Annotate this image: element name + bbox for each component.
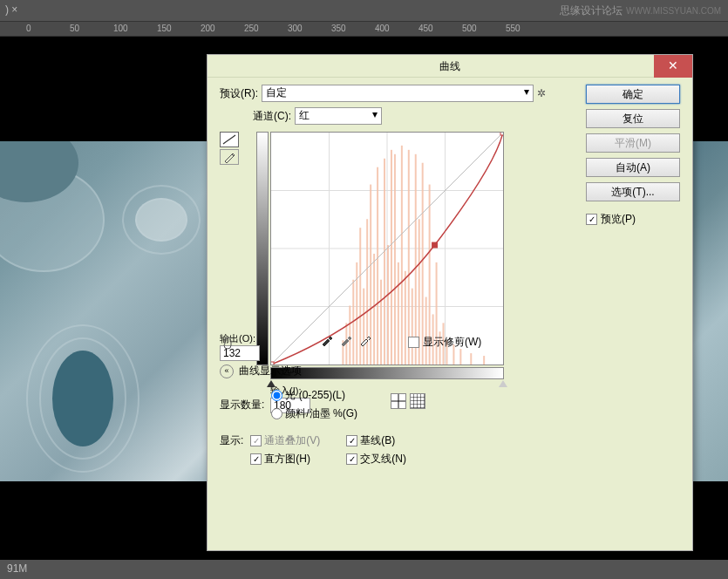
horizontal-ruler: 0 50 100 150 200 250 300 350 400 450 500… <box>0 21 728 37</box>
preset-select[interactable]: 自定▾ <box>262 85 534 102</box>
smooth-button: 平滑(M) <box>586 133 680 153</box>
svg-rect-12 <box>363 289 364 364</box>
svg-rect-20 <box>391 150 392 364</box>
collapse-icon[interactable]: « <box>220 364 234 378</box>
pigment-radio[interactable]: 颜料/油墨 %(G) <box>271 406 357 421</box>
curve-graph[interactable] <box>270 132 504 365</box>
ok-button[interactable]: 确定 <box>586 85 680 104</box>
svg-rect-15 <box>373 254 375 364</box>
output-gradient <box>256 132 269 365</box>
svg-rect-22 <box>398 262 399 364</box>
svg-rect-30 <box>425 297 427 364</box>
white-point-slider[interactable] <box>499 380 507 387</box>
svg-rect-27 <box>415 154 417 364</box>
svg-rect-18 <box>384 159 385 364</box>
preview-checkbox[interactable]: 预览(P) <box>586 212 680 227</box>
intersection-checkbox[interactable]: 交叉线(N) <box>346 452 406 467</box>
svg-rect-38 <box>459 349 461 364</box>
channel-select[interactable]: 红▾ <box>295 107 382 125</box>
close-doc-icon[interactable]: ) × <box>5 3 17 16</box>
histogram-checkbox[interactable]: 直方图(H) <box>250 452 320 467</box>
amount-label: 显示数量: <box>220 398 264 412</box>
svg-rect-25 <box>408 150 410 364</box>
close-icon[interactable]: ✕ <box>654 55 692 78</box>
svg-rect-24 <box>405 271 406 364</box>
channel-label: 通道(C): <box>253 109 291 124</box>
preset-label: 预设(R): <box>220 86 258 101</box>
show-label: 显示: <box>220 433 243 448</box>
eyedrop-white-icon[interactable] <box>359 334 371 349</box>
svg-rect-40 <box>483 356 485 364</box>
show-clip-checkbox[interactable]: 显示修剪(W) <box>408 335 481 350</box>
channel-overlay-checkbox[interactable]: 通道叠加(V) <box>250 433 320 448</box>
app-titlebar: ) × 思缘设计论坛 WWW.MISSYUAN.COM <box>0 0 728 21</box>
svg-rect-9 <box>352 280 354 364</box>
light-radio[interactable]: 光 (0-255)(L) <box>271 388 357 403</box>
svg-rect-21 <box>394 154 396 364</box>
svg-rect-26 <box>412 289 413 364</box>
gear-icon[interactable]: ✲ <box>537 87 549 99</box>
hand-icon[interactable] <box>220 335 237 355</box>
curves-dialog: 曲线 ✕ 预设(R): 自定▾ ✲ 通道(C): 红▾ 确定 复位 平滑(M) … <box>207 54 693 551</box>
eyedrop-black-icon[interactable] <box>321 334 333 349</box>
grid-simple-icon[interactable] <box>391 393 406 409</box>
dialog-titlebar[interactable]: 曲线 ✕ <box>208 55 692 78</box>
svg-rect-16 <box>377 167 378 364</box>
display-options-label: 曲线显示选项 <box>239 364 302 378</box>
svg-rect-39 <box>470 353 472 364</box>
watermark-text: 思缘设计论坛 WWW.MISSYUAN.COM <box>560 3 721 18</box>
baseline-checkbox[interactable]: 基线(B) <box>346 433 406 448</box>
svg-rect-23 <box>401 146 403 364</box>
status-bar: 91M <box>0 560 728 579</box>
grid-detailed-icon[interactable] <box>410 393 425 409</box>
curve-tool-icon[interactable] <box>220 132 239 147</box>
svg-rect-17 <box>380 280 382 364</box>
eyedrop-gray-icon[interactable] <box>340 334 352 349</box>
options-button[interactable]: 选项(T)... <box>586 182 680 201</box>
dialog-title-text: 曲线 <box>439 60 460 72</box>
reset-button[interactable]: 复位 <box>586 109 680 128</box>
svg-rect-19 <box>387 245 389 364</box>
memory-text: 91M <box>7 562 27 575</box>
input-gradient <box>270 367 504 379</box>
pencil-tool-icon[interactable] <box>220 149 239 165</box>
auto-button[interactable]: 自动(A) <box>586 158 680 177</box>
